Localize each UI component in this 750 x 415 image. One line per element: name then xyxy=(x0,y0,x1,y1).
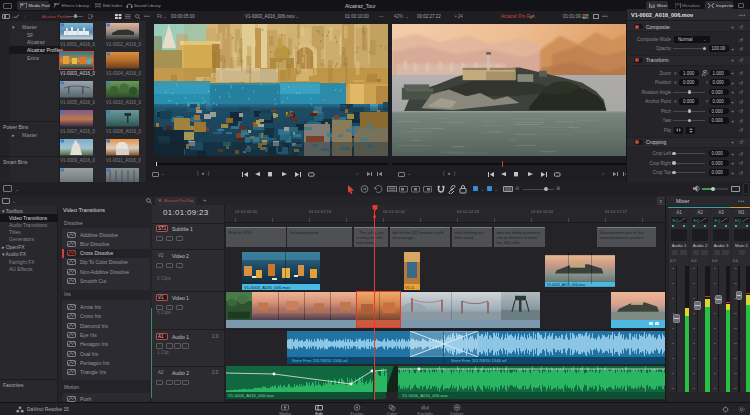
svg-text:V1-0...: V1-0... xyxy=(405,285,417,290)
svg-text:V1-0002_A016_006.mov: V1-0002_A016_006.mov xyxy=(547,283,586,287)
svg-text:V1-0003_A016_006.mov: V1-0003_A016_006.mov xyxy=(244,285,291,290)
